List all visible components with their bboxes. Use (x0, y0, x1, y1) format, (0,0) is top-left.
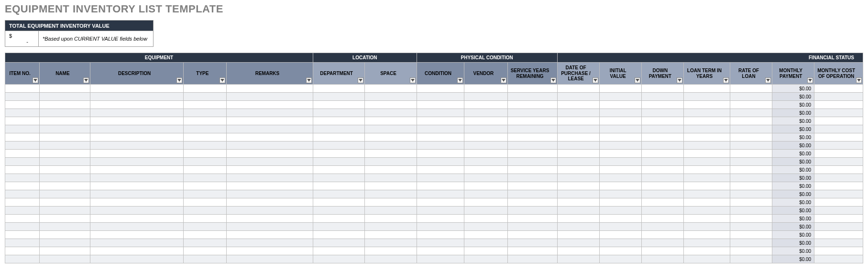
cell-description[interactable] (90, 190, 183, 198)
cell-department[interactable] (313, 166, 364, 174)
cell-vendor[interactable] (464, 85, 507, 93)
cell-condition[interactable] (417, 85, 464, 93)
cell-downPayment[interactable] (641, 109, 683, 117)
cell-vendor[interactable] (464, 215, 507, 223)
cell-remarks[interactable] (227, 255, 313, 263)
cell-department[interactable] (313, 150, 364, 158)
cell-monthlyPayment[interactable]: $0.00 (772, 215, 814, 223)
cell-itemNo[interactable] (5, 158, 40, 166)
cell-loanTerm[interactable] (683, 125, 730, 133)
cell-vendor[interactable] (464, 223, 507, 231)
cell-monthlyPayment[interactable]: $0.00 (772, 85, 814, 93)
cell-loanTerm[interactable] (683, 85, 730, 93)
cell-itemNo[interactable] (5, 182, 40, 190)
cell-description[interactable] (90, 117, 183, 125)
cell-description[interactable] (90, 150, 183, 158)
cell-name[interactable] (40, 182, 90, 190)
cell-loanTerm[interactable] (683, 231, 730, 239)
cell-vendor[interactable] (464, 190, 507, 198)
cell-vendor[interactable] (464, 207, 507, 215)
cell-monthlyPayment[interactable]: $0.00 (772, 150, 814, 158)
cell-department[interactable] (313, 158, 364, 166)
cell-loanTerm[interactable] (683, 207, 730, 215)
cell-condition[interactable] (417, 198, 464, 207)
cell-serviceYears[interactable] (507, 198, 557, 207)
cell-initialValue[interactable] (599, 158, 641, 166)
cell-vendor[interactable] (464, 239, 507, 247)
cell-space[interactable] (365, 215, 417, 223)
cell-serviceYears[interactable] (507, 223, 557, 231)
cell-department[interactable] (313, 231, 364, 239)
cell-itemNo[interactable] (5, 150, 40, 158)
cell-monthlyCost[interactable] (814, 174, 863, 182)
filter-icon[interactable] (856, 77, 862, 83)
cell-remarks[interactable] (227, 166, 313, 174)
cell-condition[interactable] (417, 133, 464, 141)
col-monthly-cost[interactable]: MONTHLY COST OF OPERATION (814, 63, 863, 85)
filter-icon[interactable] (410, 77, 416, 83)
cell-loanTerm[interactable] (683, 109, 730, 117)
cell-downPayment[interactable] (641, 117, 683, 125)
cell-rateLoan[interactable] (730, 223, 772, 231)
cell-department[interactable] (313, 198, 364, 207)
cell-vendor[interactable] (464, 125, 507, 133)
cell-datePurchase[interactable] (557, 101, 599, 109)
cell-downPayment[interactable] (641, 231, 683, 239)
cell-serviceYears[interactable] (507, 166, 557, 174)
cell-downPayment[interactable] (641, 125, 683, 133)
cell-initialValue[interactable] (599, 207, 641, 215)
cell-description[interactable] (90, 141, 183, 150)
cell-initialValue[interactable] (599, 166, 641, 174)
cell-datePurchase[interactable] (557, 182, 599, 190)
cell-description[interactable] (90, 182, 183, 190)
cell-serviceYears[interactable] (507, 190, 557, 198)
cell-loanTerm[interactable] (683, 166, 730, 174)
cell-loanTerm[interactable] (683, 101, 730, 109)
cell-monthlyPayment[interactable]: $0.00 (772, 117, 814, 125)
cell-initialValue[interactable] (599, 109, 641, 117)
cell-downPayment[interactable] (641, 182, 683, 190)
cell-loanTerm[interactable] (683, 133, 730, 141)
cell-serviceYears[interactable] (507, 158, 557, 166)
cell-loanTerm[interactable] (683, 255, 730, 263)
cell-monthlyCost[interactable] (814, 85, 863, 93)
cell-rateLoan[interactable] (730, 93, 772, 101)
filter-icon[interactable] (677, 77, 682, 83)
cell-rateLoan[interactable] (730, 109, 772, 117)
cell-type[interactable] (183, 85, 226, 93)
cell-initialValue[interactable] (599, 150, 641, 158)
cell-initialValue[interactable] (599, 239, 641, 247)
cell-space[interactable] (365, 150, 417, 158)
cell-monthlyPayment[interactable]: $0.00 (772, 158, 814, 166)
cell-itemNo[interactable] (5, 109, 40, 117)
cell-datePurchase[interactable] (557, 150, 599, 158)
cell-datePurchase[interactable] (557, 247, 599, 255)
cell-vendor[interactable] (464, 174, 507, 182)
cell-remarks[interactable] (227, 133, 313, 141)
filter-icon[interactable] (807, 77, 813, 83)
cell-space[interactable] (365, 190, 417, 198)
cell-datePurchase[interactable] (557, 166, 599, 174)
col-service-years[interactable]: SERVICE YEARS REMAINING (507, 63, 557, 85)
cell-initialValue[interactable] (599, 117, 641, 125)
cell-itemNo[interactable] (5, 133, 40, 141)
cell-initialValue[interactable] (599, 101, 641, 109)
cell-itemNo[interactable] (5, 93, 40, 101)
cell-serviceYears[interactable] (507, 133, 557, 141)
cell-name[interactable] (40, 190, 90, 198)
cell-type[interactable] (183, 150, 226, 158)
cell-space[interactable] (365, 207, 417, 215)
cell-description[interactable] (90, 133, 183, 141)
cell-itemNo[interactable] (5, 231, 40, 239)
cell-monthlyCost[interactable] (814, 223, 863, 231)
cell-loanTerm[interactable] (683, 223, 730, 231)
cell-remarks[interactable] (227, 223, 313, 231)
col-down-payment[interactable]: DOWN PAYMENT (641, 63, 683, 85)
cell-department[interactable] (313, 85, 364, 93)
cell-vendor[interactable] (464, 231, 507, 239)
cell-itemNo[interactable] (5, 207, 40, 215)
cell-condition[interactable] (417, 109, 464, 117)
cell-itemNo[interactable] (5, 141, 40, 150)
cell-initialValue[interactable] (599, 182, 641, 190)
cell-type[interactable] (183, 182, 226, 190)
